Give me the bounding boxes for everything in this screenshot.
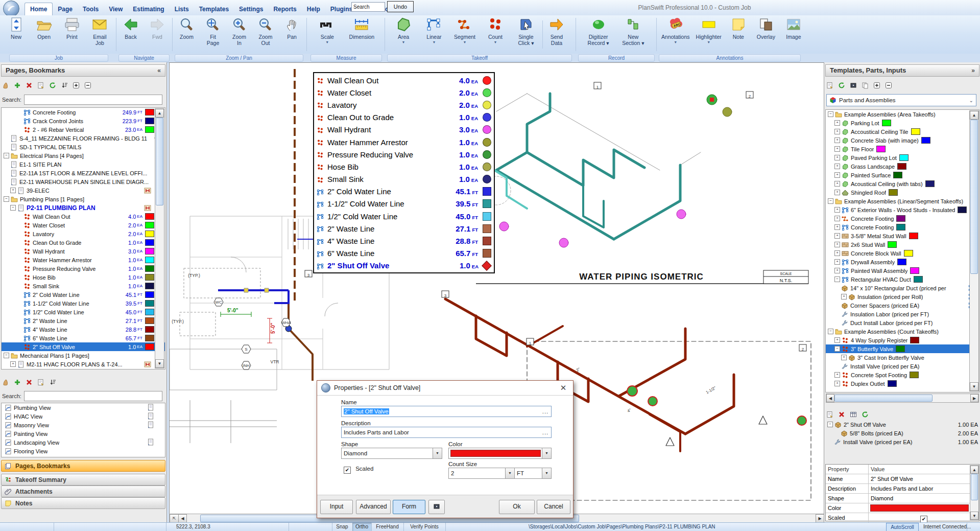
expander-minus-icon[interactable]: − [834, 346, 840, 352]
tree-row[interactable]: Install Valve (priced per EA) [826, 362, 979, 371]
tree-row[interactable]: +Tile Floor [826, 145, 979, 153]
count-button[interactable]: Count▼ [484, 16, 507, 44]
tree-row[interactable]: +Drywall Assembly [826, 258, 979, 266]
expander-minus-icon[interactable]: − [828, 329, 833, 334]
menu-tab-reports[interactable]: Reports [268, 3, 301, 15]
refresh-icon[interactable] [838, 81, 845, 88]
expander-plus-icon[interactable]: + [834, 172, 840, 178]
expander-plus-icon[interactable]: + [834, 250, 840, 256]
collapse-panel-icon[interactable]: » [971, 65, 975, 76]
note-button[interactable]: Note [727, 16, 750, 41]
marker-icon[interactable] [2, 81, 9, 88]
toggle-freehand[interactable]: FreeHand [371, 523, 404, 531]
fit-page-button[interactable]: FitPage [201, 16, 225, 47]
checkbox-checked-icon[interactable]: ✔ [344, 467, 351, 474]
plus-icon[interactable] [14, 378, 21, 385]
expander-minus-icon[interactable]: − [10, 205, 16, 211]
toggle-snap[interactable]: Snap [332, 523, 353, 531]
count-unit-dropdown[interactable]: FT ▼ [514, 468, 552, 479]
scroll-right-icon[interactable]: ▶ [816, 514, 824, 523]
cancel-button[interactable]: Cancel [537, 500, 570, 514]
prop-icon[interactable] [37, 378, 44, 385]
tree-row[interactable]: −3" Butterfly Valve [826, 344, 979, 353]
tree-row[interactable]: 2" Cold Water Line45.1FT [2, 290, 165, 299]
tree-row[interactable]: +2x6 Stud Wall [826, 240, 979, 249]
description-field[interactable]: Includes Parts and Labor ... [341, 427, 552, 438]
single-click-button[interactable]: SingleClick ▾ [514, 16, 538, 47]
annotations-button[interactable]: ABCAnnotations▼ [660, 16, 690, 44]
table-row[interactable]: Color [826, 503, 979, 513]
dimension-button[interactable]: Dimension [348, 16, 376, 41]
tree-row[interactable]: +3" Cast Iron Butterfly Valve [826, 353, 979, 362]
view-item[interactable]: Masonry View [2, 421, 165, 429]
tree-row[interactable]: Wall Clean Out4.0EA [2, 212, 165, 221]
highlighter-button[interactable]: Highlighter▼ [695, 16, 723, 44]
scroll-left-icon[interactable]: ◀ [178, 514, 187, 523]
tree-row[interactable]: Clean Out to Grade1.0EA [2, 238, 165, 247]
tree-row[interactable]: Insulation Labor (priced per FT) [826, 310, 979, 318]
tree-row[interactable]: +Painted Surface [826, 171, 979, 179]
fwd-button[interactable]: Fwd [146, 16, 169, 41]
expander-plus-icon[interactable]: + [834, 381, 840, 386]
tree-row[interactable]: Water Hammer Arrestor1.0EA [2, 256, 165, 264]
tree-row[interactable]: Hose Bib1.0EA [2, 273, 165, 282]
tree-row[interactable]: +Parking Lot [826, 119, 979, 127]
tree-row[interactable]: −Example Assemblies (Linear/Segment Take… [826, 197, 979, 205]
tree-row[interactable]: 1-1/2" Cold Water Line39.5FT [2, 299, 165, 308]
table-row[interactable]: ShapeDiamond [826, 494, 979, 503]
undo-button[interactable]: Undo [387, 1, 414, 12]
tree-row[interactable]: E2-11 WAREHOUSE PLAN SINGLE LINE DIAGR..… [2, 177, 165, 186]
view-item[interactable]: Flooring View [2, 447, 165, 455]
new-button[interactable]: New [5, 16, 28, 41]
input-button[interactable]: Input [320, 500, 353, 514]
parts-assemblies-dropdown[interactable]: Parts and Assemblies ⌄ [826, 94, 976, 106]
boxminus-icon[interactable] [84, 81, 91, 88]
xred-icon[interactable] [26, 378, 33, 385]
tree-row[interactable]: SD-1 TYPICAL DETAILS [2, 143, 165, 151]
open-button[interactable]: Open [32, 16, 56, 41]
expander-plus-icon[interactable]: + [841, 355, 847, 360]
advanced-button[interactable]: Advanced [356, 500, 391, 514]
tree-row[interactable]: −P2-11 PLUMBING PLAN [2, 203, 165, 212]
tree-row[interactable]: +Grass Landscape [826, 162, 979, 171]
table-row[interactable]: DescriptionIncludes Parts and Labor [826, 484, 979, 494]
segment-button[interactable]: Segment▼ [453, 16, 476, 44]
area-button[interactable]: Area▼ [392, 16, 415, 44]
tree-row[interactable]: +Concrete Footing [826, 214, 979, 223]
new-section-button[interactable]: NewSection ▾ [621, 16, 645, 47]
menu-search-input[interactable] [351, 2, 385, 12]
zoom-in-button[interactable]: ZoomIn [228, 16, 251, 47]
count-size-dropdown[interactable]: 2 ▼ [448, 468, 515, 479]
expander-plus-icon[interactable]: + [834, 268, 840, 273]
expander-plus-icon[interactable]: + [834, 233, 840, 239]
checkbox-checked-icon[interactable]: ✔ [920, 516, 927, 523]
tree-row[interactable]: +Acoustical Ceiling (with tabs) [826, 179, 979, 188]
menu-tab-view[interactable]: View [104, 3, 128, 15]
tree-row[interactable]: +Shingled Roof [826, 188, 979, 197]
tree-row[interactable]: E2-11A 1ST FLOOR & MEZZANINE LEVEL OFFI.… [2, 169, 165, 177]
boxminus-icon[interactable] [885, 81, 892, 88]
table-row[interactable]: Name2" Shut Off Valve [826, 474, 979, 484]
video-help-button[interactable] [428, 500, 445, 514]
expander-minus-icon[interactable]: − [4, 353, 9, 358]
expander-minus-icon[interactable]: − [827, 422, 833, 427]
tree-row[interactable]: −Plumbing Plans [1 Pages] [2, 195, 165, 203]
tree-row[interactable]: +Concrete Spot Footing [826, 371, 979, 379]
tree-row[interactable]: +Concrete Block Wall [826, 249, 979, 258]
expander-plus-icon[interactable]: + [834, 224, 840, 230]
autoscroll-toggle[interactable]: AutoScroll [886, 523, 919, 531]
form-button[interactable]: Form [393, 500, 425, 514]
menu-tab-settings[interactable]: Settings [234, 3, 268, 15]
tree-row[interactable]: +Duplex Outlet [826, 379, 979, 388]
expander-minus-icon[interactable]: − [834, 276, 840, 282]
expander-plus-icon[interactable]: + [834, 216, 840, 221]
refresh-icon[interactable] [862, 410, 869, 417]
tree-row[interactable]: −Example Assemblies (Count Takeoffs) [826, 327, 979, 336]
digitizer-record-button[interactable]: DigitizerRecord ▾ [587, 16, 610, 47]
expander-plus-icon[interactable]: + [834, 137, 840, 143]
expander-plus-icon[interactable]: + [834, 181, 840, 187]
menu-tab-estimating[interactable]: Estimating [128, 3, 169, 15]
expander-plus-icon[interactable]: + [834, 242, 840, 247]
toggle-ortho[interactable]: Ortho [352, 523, 372, 531]
right-panel-header[interactable]: Templates, Parts, Inputs» [825, 64, 979, 77]
